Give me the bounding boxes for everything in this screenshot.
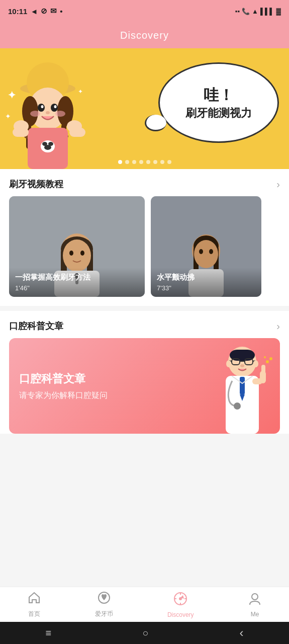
- article-banner[interactable]: 口腔科普文章 请专家为你解释口腔疑问: [9, 338, 280, 434]
- svg-text:✦: ✦: [5, 112, 11, 120]
- video-title-1: 一招掌握高效刷牙方法: [15, 273, 139, 282]
- banner[interactable]: ✦ ✦ ✦ 哇！ 刷牙能测视力: [0, 48, 289, 169]
- svg-point-73: [252, 594, 258, 600]
- svg-point-47: [209, 249, 213, 254]
- dot-icon: •: [60, 7, 62, 16]
- dot-7[interactable]: [160, 160, 164, 164]
- article-section-chevron[interactable]: ›: [276, 320, 280, 332]
- video-duration-2: 7'33": [157, 284, 255, 292]
- status-bar: 10:11 ◄ ⊘ ✉ • ▪▪ 📞 ▲ ▌▌▌ ▓: [0, 0, 289, 22]
- call-icon: 📞: [242, 8, 250, 15]
- empty-space: [0, 443, 289, 483]
- svg-point-35: [69, 251, 73, 256]
- home-icon: [27, 591, 41, 608]
- svg-point-11: [51, 104, 58, 112]
- tab-me[interactable]: Me: [248, 592, 262, 618]
- svg-point-57: [226, 360, 231, 367]
- video-section-title: 刷牙视频教程: [9, 178, 63, 190]
- svg-point-34: [63, 239, 91, 272]
- dot-1[interactable]: [118, 160, 122, 164]
- wifi-icon: ▲: [252, 8, 258, 15]
- tab-home[interactable]: 首页: [27, 591, 41, 618]
- video-card-2[interactable]: 水平颤动拂 7'33": [151, 196, 261, 297]
- svg-point-45: [194, 240, 218, 268]
- video-title-2: 水平颤动拂: [157, 273, 255, 282]
- svg-point-36: [80, 251, 84, 256]
- banner-cartoon-girl: ✦ ✦ ✦: [0, 53, 111, 169]
- svg-point-56: [240, 364, 244, 367]
- video-card-1[interactable]: 一招掌握高效刷牙方法 1'46": [9, 196, 145, 297]
- svg-rect-60: [240, 377, 245, 394]
- dot-3[interactable]: [132, 160, 136, 164]
- time: 10:11: [8, 7, 27, 16]
- location-icon: ◄: [30, 7, 38, 16]
- banner-text-wow: 哇！: [204, 85, 234, 106]
- tooth-coin-icon: [97, 591, 111, 608]
- banner-dots: [118, 160, 171, 164]
- signal-icon: ▌▌▌: [260, 8, 274, 15]
- bottom-tabs: 首页 爱牙币 Discovery: [0, 587, 289, 622]
- tab-home-label: 首页: [28, 610, 40, 618]
- main-content: ✦ ✦ ✦ 哇！ 刷牙能测视力 刷牙视频教程 ›: [0, 48, 289, 543]
- video-info-2: 水平颤动拂 7'33": [151, 268, 261, 297]
- svg-text:✦: ✦: [8, 90, 16, 101]
- nav-back-icon[interactable]: ‹: [239, 626, 243, 640]
- svg-point-46: [199, 249, 203, 254]
- dot-4[interactable]: [139, 160, 143, 164]
- doctor-figure: [210, 341, 275, 434]
- svg-point-21: [67, 120, 82, 132]
- video-section-chevron[interactable]: ›: [276, 179, 280, 190]
- svg-point-10: [38, 104, 45, 112]
- video-section-header: 刷牙视频教程 ›: [0, 169, 289, 196]
- battery-icon: ▓: [276, 8, 281, 15]
- profile-icon: [248, 592, 262, 609]
- article-section-header: 口腔科普文章 ›: [0, 311, 289, 338]
- tab-discovery[interactable]: Discovery: [167, 591, 194, 618]
- app-header: Discovery: [0, 22, 289, 48]
- nav-menu-icon[interactable]: ≡: [46, 627, 52, 639]
- page-title: Discovery: [120, 30, 169, 41]
- status-left: 10:11 ◄ ⊘ ✉ •: [8, 7, 63, 16]
- svg-point-66: [266, 360, 269, 363]
- status-right: ▪▪ 📞 ▲ ▌▌▌ ▓: [235, 8, 281, 15]
- svg-point-12: [41, 105, 44, 108]
- video-section: 刷牙视频教程 ›: [0, 169, 289, 306]
- article-section: 口腔科普文章 › 口腔科普文章 请专家为你解释口腔疑问: [0, 311, 289, 434]
- svg-point-16: [46, 111, 50, 114]
- android-nav-bar: ≡ ○ ‹: [0, 622, 289, 644]
- discovery-icon: [173, 591, 188, 610]
- svg-point-14: [30, 111, 40, 117]
- nav-home-icon[interactable]: ○: [142, 627, 148, 639]
- tab-aiyabi[interactable]: 爱牙币: [95, 591, 113, 618]
- dot-8[interactable]: [167, 160, 171, 164]
- article-section-title: 口腔科普文章: [9, 320, 63, 332]
- svg-point-62: [234, 403, 241, 410]
- dot-2[interactable]: [125, 160, 129, 164]
- svg-point-68: [264, 356, 266, 358]
- video-duration-1: 1'46": [15, 284, 139, 292]
- video-info-1: 一招掌握高效刷牙方法 1'46": [9, 268, 145, 297]
- tab-aiyabi-label: 爱牙币: [95, 610, 113, 618]
- svg-point-20: [14, 120, 29, 132]
- svg-point-15: [55, 111, 65, 117]
- svg-point-25: [44, 145, 51, 150]
- vibrate-icon: ▪▪: [235, 8, 240, 15]
- svg-point-58: [253, 360, 258, 367]
- banner-text-sub: 刷牙能测视力: [185, 106, 252, 121]
- video-scroll: 一招掌握高效刷牙方法 1'46": [0, 196, 289, 306]
- tab-me-label: Me: [251, 611, 259, 618]
- prohibited-icon: ⊘: [41, 7, 47, 16]
- banner-speech-bubble: 哇！ 刷牙能测视力: [158, 62, 279, 143]
- svg-rect-65: [261, 365, 265, 374]
- svg-point-13: [54, 105, 57, 108]
- svg-text:✦: ✦: [78, 88, 83, 95]
- tab-discovery-label: Discovery: [167, 611, 194, 618]
- mail-icon: ✉: [50, 7, 57, 16]
- dot-5[interactable]: [146, 160, 150, 164]
- svg-point-67: [269, 357, 272, 360]
- dot-6[interactable]: [153, 160, 157, 164]
